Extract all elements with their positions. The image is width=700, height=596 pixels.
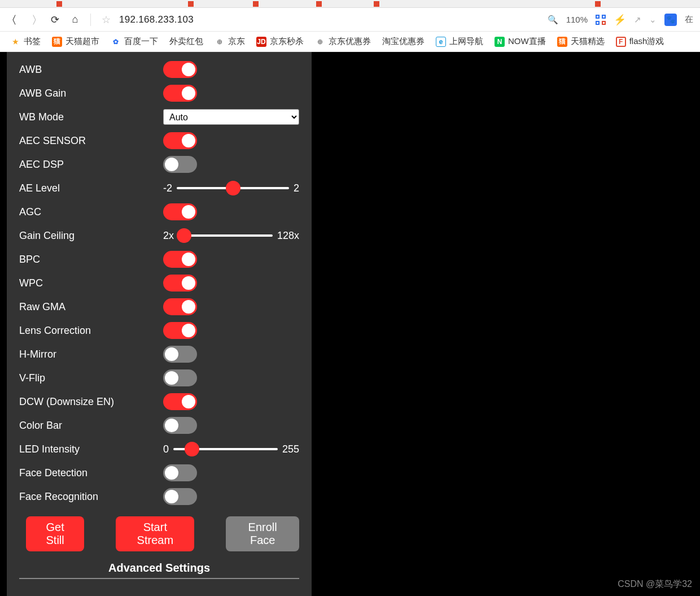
- globe-icon: ⊕: [315, 37, 325, 47]
- e-icon: e: [436, 37, 446, 47]
- bookmark-item[interactable]: 淘宝优惠券: [382, 36, 425, 47]
- setting-row-agc: AGC: [19, 200, 299, 224]
- wpc-toggle[interactable]: [163, 275, 197, 292]
- home-button[interactable]: ⌂: [68, 14, 82, 25]
- slider-thumb[interactable]: [177, 228, 191, 243]
- bookmark-item[interactable]: e上网导航: [436, 36, 483, 47]
- toggle-knob: [165, 490, 178, 503]
- bookmark-item[interactable]: ⊕京东: [215, 36, 245, 47]
- bookmark-item[interactable]: 猫天猫精选: [557, 36, 605, 47]
- setting-row-aec-dsp: AEC DSP: [19, 153, 299, 176]
- bookmark-label: 上网导航: [449, 36, 483, 47]
- bookmark-label: 百度一下: [124, 36, 158, 47]
- setting-label: LED Intensity: [19, 443, 163, 455]
- enroll-face-button[interactable]: Enroll Face: [226, 516, 299, 551]
- action-row: Get Still Start Stream Enroll Face: [19, 516, 299, 551]
- setting-row-wb-mode: WB ModeAuto: [19, 105, 299, 129]
- bookmark-label: flash游戏: [629, 36, 664, 47]
- raw-gma-toggle[interactable]: [163, 298, 197, 315]
- h-mirror-toggle[interactable]: [163, 346, 197, 363]
- awb-toggle[interactable]: [163, 61, 197, 78]
- get-still-button[interactable]: Get Still: [26, 516, 84, 551]
- lens-corr-toggle[interactable]: [163, 322, 197, 339]
- setting-label: AWB: [19, 64, 163, 76]
- v-flip-toggle[interactable]: [163, 369, 197, 386]
- share-icon[interactable]: ↗: [634, 15, 641, 25]
- bpc-toggle[interactable]: [163, 251, 197, 268]
- slider-track[interactable]: [173, 448, 278, 450]
- awb-gain-toggle[interactable]: [163, 85, 197, 102]
- slider-max: 2: [294, 182, 299, 194]
- bookmark-item[interactable]: JD京东秒杀: [256, 36, 304, 47]
- address-bar[interactable]: 192.168.233.103: [119, 14, 194, 25]
- lightning-icon[interactable]: ⚡: [614, 14, 626, 26]
- chevron-down-icon[interactable]: ⌄: [649, 15, 657, 25]
- setting-row-raw-gma: Raw GMA: [19, 295, 299, 319]
- bookmark-label: 京东秒杀: [270, 36, 304, 47]
- setting-row-face-det: Face Detection: [19, 461, 299, 485]
- slider-thumb[interactable]: [226, 181, 240, 195]
- agc-toggle[interactable]: [163, 203, 197, 220]
- toggle-knob: [182, 395, 195, 408]
- start-stream-button[interactable]: Start Stream: [116, 516, 194, 551]
- bookmark-label: NOW直播: [508, 36, 546, 47]
- bookmark-item[interactable]: ⊕京东优惠券: [315, 36, 371, 47]
- setting-label: AWB Gain: [19, 88, 163, 99]
- bookmark-item[interactable]: ★书签: [10, 36, 41, 47]
- slider-min: 2x: [163, 230, 174, 242]
- bookmark-item[interactable]: ✿百度一下: [111, 36, 158, 47]
- setting-row-face-rec: Face Recognition: [19, 485, 299, 508]
- toggle-knob: [165, 158, 178, 171]
- aec-sensor-toggle[interactable]: [163, 132, 197, 149]
- watermark: CSDN @菜鸟学32: [618, 578, 692, 590]
- slider-thumb[interactable]: [185, 442, 199, 456]
- toolbar-separator: [90, 14, 91, 26]
- bookmark-item[interactable]: NNOW直播: [495, 36, 546, 47]
- setting-label: H-Mirror: [19, 349, 163, 360]
- browser-toolbar: 〈 〉 ⟳ ⌂ ☆ 192.168.233.103 🔍 110% ⚡ ↗ ⌄ 🐾…: [0, 8, 700, 32]
- setting-row-awb-gain: AWB Gain: [19, 81, 299, 105]
- toggle-knob: [182, 205, 195, 219]
- face-rec-toggle[interactable]: [163, 488, 197, 505]
- forward-button[interactable]: 〉: [27, 14, 42, 25]
- bookmark-item[interactable]: 外卖红包: [169, 36, 203, 47]
- bookmark-item[interactable]: Fflash游戏: [616, 36, 664, 47]
- setting-label: AGC: [19, 206, 163, 218]
- setting-row-lens-corr: Lens Correction: [19, 319, 299, 342]
- ae-level-slider[interactable]: -22: [163, 182, 299, 194]
- back-button[interactable]: 〈: [7, 14, 21, 25]
- zoom-level[interactable]: 110%: [566, 15, 588, 24]
- setting-label: Color Bar: [19, 420, 163, 432]
- paw-badge-icon[interactable]: 🐾: [664, 14, 677, 26]
- setting-row-v-flip: V-Flip: [19, 366, 299, 390]
- setting-row-dcw: DCW (Downsize EN): [19, 390, 299, 414]
- reload-button[interactable]: ⟳: [47, 14, 62, 26]
- advanced-settings-header[interactable]: Advanced Settings: [19, 562, 299, 579]
- setting-row-awb: AWB: [19, 58, 299, 81]
- aec-dsp-toggle[interactable]: [163, 156, 197, 173]
- bookmark-item[interactable]: 猫天猫超市: [52, 36, 99, 47]
- star-icon[interactable]: ☆: [99, 14, 113, 26]
- setting-row-led-intensity: LED Intensity0255: [19, 437, 299, 461]
- led-intensity-slider[interactable]: 0255: [163, 443, 299, 455]
- page-body: AWBAWB GainWB ModeAutoAEC SENSORAEC DSPA…: [0, 52, 700, 596]
- color-bar-toggle[interactable]: [163, 417, 197, 434]
- setting-label: Face Detection: [19, 467, 163, 479]
- wb-mode-select[interactable]: Auto: [163, 109, 299, 125]
- slider-track[interactable]: [177, 187, 289, 189]
- gain-ceiling-slider[interactable]: 2x128x: [163, 230, 299, 242]
- zoom-search-icon[interactable]: 🔍: [548, 15, 558, 25]
- setting-label: DCW (Downsize EN): [19, 396, 163, 408]
- qr-icon[interactable]: [596, 15, 606, 25]
- toggle-knob: [182, 63, 195, 76]
- bookmark-label: 天猫精选: [571, 36, 605, 47]
- slider-track[interactable]: [178, 234, 273, 237]
- setting-label: Lens Correction: [19, 325, 163, 337]
- slider-max: 255: [282, 443, 299, 455]
- edge-text: 在: [685, 14, 693, 25]
- toggle-knob: [182, 134, 195, 147]
- n-icon: N: [495, 37, 505, 47]
- dcw-toggle[interactable]: [163, 393, 197, 410]
- toggle-knob: [182, 276, 195, 290]
- face-det-toggle[interactable]: [163, 464, 197, 481]
